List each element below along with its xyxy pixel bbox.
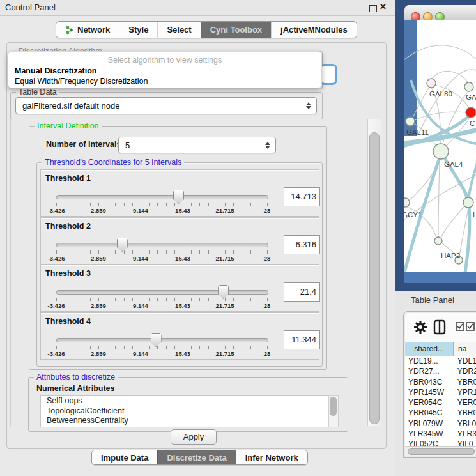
tab-select[interactable]: Select <box>157 22 200 38</box>
attribute-list-item[interactable]: TopologicalCoefficient <box>41 406 328 417</box>
threshold-value-field[interactable]: 14.713 <box>284 187 320 206</box>
network-node-gal80[interactable] <box>427 79 436 88</box>
vertical-scrollbar-thumb[interactable] <box>369 132 380 424</box>
table-row[interactable]: YPR145WYPR1 <box>405 387 476 397</box>
table-row[interactable]: YDR27...YDR2 <box>405 366 476 376</box>
cell-shared-name[interactable]: YDL19... <box>405 356 454 366</box>
column-header-shared-name[interactable]: shared... <box>405 342 454 356</box>
numerical-attributes-list[interactable]: SelfLoopsTopologicalCoefficientBetweenne… <box>40 395 329 427</box>
slider-track[interactable] <box>56 243 268 247</box>
tab-infer-network[interactable]: Infer Network <box>236 450 307 464</box>
slider-tick <box>90 203 91 206</box>
slider-tick <box>259 298 259 301</box>
tab-impute-data[interactable]: Impute Data <box>92 450 157 464</box>
slider-tick <box>233 346 234 349</box>
tab-discretize-data[interactable]: Discretize Data <box>157 450 235 464</box>
tab-network-label: Network <box>77 25 110 35</box>
table-rows[interactable]: YDL19...YDL1YDR27...YDR2YBR043CYBR0YPR14… <box>405 356 476 446</box>
network-node-label: GAL80 <box>429 90 452 98</box>
apply-button[interactable]: Apply <box>171 429 217 445</box>
table-row[interactable]: YBR043CYBR0 <box>405 377 476 387</box>
cell-shared-name[interactable]: YIL052C <box>405 439 454 446</box>
tab-jactivemnodules[interactable]: jActiveMNodules <box>271 22 357 38</box>
algorithm-option-equal-width[interactable]: Equal Width/Frequency Discretization <box>15 77 148 86</box>
attribute-list-item[interactable]: BetweennessCentrality <box>41 416 328 426</box>
slider-tick <box>124 298 125 301</box>
network-node-c[interactable] <box>466 107 476 118</box>
algorithm-option-manual[interactable]: Manual Discretization <box>15 66 97 75</box>
cell-shared-name[interactable]: YER054C <box>405 397 454 408</box>
slider-tick-label: 9.144 <box>126 302 155 309</box>
network-node-gal11[interactable] <box>406 117 415 126</box>
slider-tick <box>166 203 167 206</box>
slider-track[interactable] <box>56 195 268 199</box>
table-data-combo[interactable]: galFiltered.sif default node <box>15 97 317 114</box>
slider-thumb[interactable] <box>218 285 229 299</box>
slider-tick <box>65 203 65 206</box>
cell-shared-name[interactable]: YPR145W <box>405 387 454 397</box>
cell-name[interactable]: YDR2 <box>454 366 476 376</box>
network-node-h[interactable] <box>463 197 473 208</box>
slider-thumb[interactable] <box>173 190 184 204</box>
slider-tick <box>242 250 242 254</box>
slider-tick <box>124 203 125 206</box>
attributes-group-title: Attributes to discretize <box>34 372 118 381</box>
slider-track[interactable] <box>56 290 268 295</box>
threshold-value-field[interactable]: 6.316 <box>284 235 320 254</box>
network-node-gal4[interactable] <box>433 144 449 159</box>
attribute-list-item[interactable]: SelfLoops <box>41 396 328 406</box>
slider-track[interactable] <box>56 338 268 342</box>
cell-name[interactable]: YIL0 <box>454 439 476 446</box>
slider-thumb[interactable] <box>151 333 162 347</box>
table-row[interactable]: YBR045CYBR0 <box>405 408 476 418</box>
slider-tick <box>149 250 150 254</box>
cell-name[interactable]: YER0 <box>454 397 476 408</box>
tab-style[interactable]: Style <box>119 22 157 38</box>
slider-tick <box>191 203 192 206</box>
cell-shared-name[interactable]: YLR345W <box>405 429 454 439</box>
table-row[interactable]: YIL052CYIL0 <box>405 439 476 446</box>
network-window-titlebar[interactable] <box>404 5 476 20</box>
float-window-icon[interactable] <box>369 5 377 12</box>
checkbox-icon[interactable] <box>456 322 464 331</box>
column-header-name[interactable]: na <box>454 342 476 356</box>
table-row[interactable]: YER054CYER0 <box>405 397 476 408</box>
cell-name[interactable]: YLR3 <box>454 429 476 439</box>
horizontal-scrollbar-track[interactable] <box>405 446 476 456</box>
horizontal-scrollbar-thumb[interactable] <box>408 448 475 455</box>
network-node-hap2[interactable] <box>434 237 442 245</box>
slider-tick <box>174 203 175 206</box>
close-icon[interactable]: ✕ <box>380 2 387 12</box>
cell-name[interactable]: YBR0 <box>454 377 476 387</box>
tab-network[interactable]: Network <box>56 22 119 38</box>
cell-shared-name[interactable]: YBR045C <box>405 408 454 418</box>
network-view-canvas[interactable]: GAL80GACGAL11GAL4GCY1HHAP2 <box>404 20 476 272</box>
gear-icon[interactable] <box>413 320 427 334</box>
slider-tick-label: 28 <box>252 207 282 214</box>
cell-shared-name[interactable]: YBR043C <box>405 377 454 387</box>
cell-shared-name[interactable]: YDR27... <box>405 366 454 376</box>
cell-shared-name[interactable]: YBL079W <box>405 418 454 429</box>
column-layout-icon[interactable] <box>433 319 446 335</box>
network-node-ga[interactable] <box>464 82 473 91</box>
cell-name[interactable]: YBL0 <box>454 418 476 429</box>
cell-name[interactable]: YPR1 <box>454 387 476 397</box>
checkbox-icon[interactable] <box>466 322 475 331</box>
threshold-value-field[interactable]: 21.4 <box>284 282 320 302</box>
slider-tick-label: -3.426 <box>42 255 71 262</box>
number-of-intervals-combo[interactable]: 5 <box>118 137 276 153</box>
cell-name[interactable]: YDL1 <box>454 356 476 366</box>
network-node-gcy1[interactable] <box>404 198 410 207</box>
slider-tick-label: 2.859 <box>84 255 113 262</box>
table-row[interactable]: YDL19...YDL1 <box>405 356 476 366</box>
algorithm-combo-focus-fragment[interactable] <box>319 64 337 85</box>
slider-thumb[interactable] <box>117 238 128 252</box>
cell-name[interactable]: YBR0 <box>454 408 476 418</box>
table-row[interactable]: YBL079WYBL0 <box>405 418 476 429</box>
slider-tick <box>183 346 183 349</box>
table-row[interactable]: YLR345WYLR3 <box>405 429 476 439</box>
attributes-scrollbar-thumb[interactable] <box>330 397 337 416</box>
threshold-value-field[interactable]: 11.344 <box>284 330 320 349</box>
slider-tick-label: 2.859 <box>84 302 113 309</box>
tab-cyni-toolbox[interactable]: Cyni Toolbox <box>201 22 271 38</box>
